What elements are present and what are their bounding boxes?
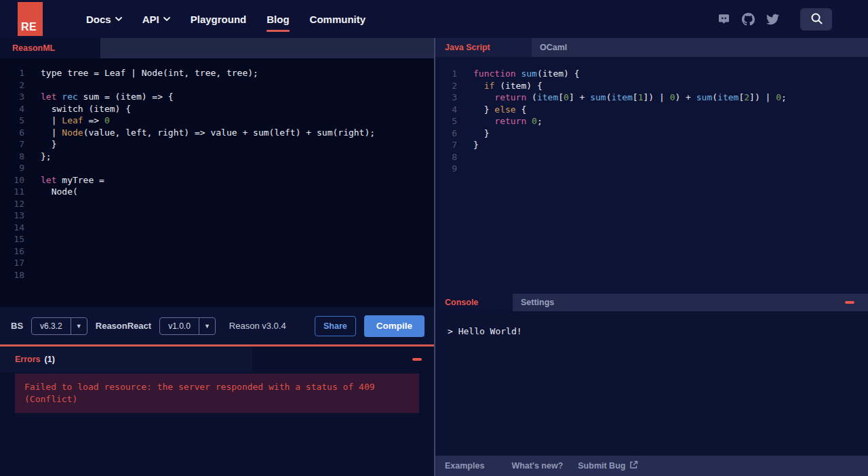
tab-reasonml[interactable]: ReasonML — [0, 38, 100, 58]
nav-item-community[interactable]: Community — [310, 14, 366, 25]
console-output-line: > Hello World! — [448, 326, 868, 336]
errors-header: Errors (1) — [0, 346, 434, 372]
top-nav: RE DocsAPIPlaygroundBlogCommunity — [0, 0, 868, 38]
nav-item-label: API — [142, 14, 159, 25]
reasonml-code-editor[interactable]: 123456789101112131415161718 type tree = … — [0, 58, 434, 307]
line-number: 9 — [0, 162, 24, 174]
nav-item-api[interactable]: API — [142, 14, 170, 25]
code-line: | Node(value, left, right) => value + su… — [41, 127, 375, 139]
line-number: 1 — [0, 67, 24, 79]
bs-version-select[interactable]: v6.3.2 ▼ — [31, 317, 87, 335]
line-number: 12 — [0, 198, 24, 210]
line-number: 14 — [0, 222, 24, 234]
line-number: 11 — [0, 186, 24, 198]
code-line: switch (item) { — [41, 103, 375, 115]
dropdown-arrow-icon: ▼ — [199, 318, 215, 334]
tab-errors[interactable]: Errors (1) — [0, 346, 252, 372]
nav-item-blog[interactable]: Blog — [267, 14, 289, 25]
nav-item-docs[interactable]: Docs — [86, 14, 122, 25]
code-line — [41, 162, 375, 174]
nav-item-label: Docs — [86, 14, 111, 25]
code-line: }; — [41, 151, 375, 163]
code-line: return 0; — [473, 115, 787, 127]
toolbar: BS v6.3.2 ▼ ReasonReact v1.0.0 ▼ Reason … — [0, 307, 434, 344]
reason-panel: ReasonML 123456789101112131415161718 typ… — [0, 38, 434, 476]
footer-link-examples[interactable]: Examples — [445, 461, 484, 471]
line-number: 15 — [0, 233, 24, 245]
reasonreact-version-select[interactable]: v1.0.0 ▼ — [159, 317, 216, 335]
line-number: 3 — [435, 92, 457, 104]
tab-ocaml[interactable]: OCaml — [532, 43, 567, 52]
code-line: if (item) { — [473, 80, 787, 92]
dropdown-arrow-icon: ▼ — [71, 318, 87, 334]
line-number: 2 — [0, 79, 24, 92]
footer-link-submit-bug[interactable]: Submit Bug — [578, 460, 638, 471]
code-line: | Leaf => 0 — [41, 115, 375, 127]
line-number: 5 — [0, 115, 24, 127]
app-root: RE DocsAPIPlaygroundBlogCommunity Reason… — [0, 0, 868, 476]
nav-item-label: Playground — [191, 14, 247, 25]
line-number: 7 — [0, 138, 24, 151]
tab-console[interactable]: Console — [435, 294, 513, 311]
code-line: function sum(item) { — [473, 68, 787, 80]
code-line: } — [41, 138, 375, 151]
twitter-icon[interactable] — [766, 13, 779, 26]
line-number-gutter: 123456789101112131415161718 — [0, 67, 24, 307]
output-panel: Java Script OCaml 123456789 function sum… — [435, 38, 868, 476]
errors-count-badge: (1) — [45, 355, 55, 364]
line-number: 3 — [0, 91, 24, 103]
line-number: 2 — [435, 80, 457, 92]
errors-panel: Errors (1) Failed to load resource: the … — [0, 344, 434, 476]
code-line: return (item[0] + sum(item[1]) | 0) + su… — [473, 92, 787, 104]
minimize-errors-button[interactable] — [412, 358, 422, 361]
nav-item-playground[interactable]: Playground — [191, 14, 247, 25]
line-number: 10 — [0, 174, 24, 186]
javascript-code: function sum(item) { if (item) { return … — [457, 68, 787, 294]
code-line: let rec sum = (item) => { — [41, 91, 375, 103]
compile-button[interactable]: Compile — [364, 315, 425, 337]
console-tabbar: Console Settings — [435, 294, 868, 311]
tab-javascript[interactable]: Java Script — [435, 38, 532, 57]
output-tabbar: Java Script OCaml — [435, 38, 868, 57]
code-line: } — [473, 139, 787, 151]
main-split: ReasonML 123456789101112131415161718 typ… — [0, 38, 868, 476]
reasonreact-version-value: v1.0.0 — [160, 321, 199, 331]
reason-tabbar: ReasonML — [0, 38, 434, 58]
minimize-console-button[interactable] — [845, 301, 854, 304]
error-message-line: (Conflict) — [24, 393, 410, 405]
discord-icon[interactable] — [717, 13, 730, 25]
line-number: 16 — [0, 245, 24, 258]
reasonreact-label: ReasonReact — [96, 321, 151, 331]
line-number: 8 — [0, 151, 24, 163]
nav-menu: DocsAPIPlaygroundBlogCommunity — [86, 14, 366, 25]
code-line — [41, 79, 375, 92]
line-number: 4 — [0, 103, 24, 115]
nav-item-label: Community — [310, 14, 366, 25]
github-icon[interactable] — [742, 13, 755, 26]
javascript-code-editor[interactable]: 123456789 function sum(item) { if (item)… — [435, 57, 868, 294]
line-number: 5 — [435, 115, 457, 127]
code-line: Node( — [41, 186, 375, 198]
bs-label: BS — [11, 321, 23, 331]
line-number: 13 — [0, 210, 24, 222]
reasonml-code: type tree = Leaf | Node(int, tree, tree)… — [24, 67, 375, 307]
share-button[interactable]: Share — [315, 316, 356, 336]
reason-logo[interactable]: RE — [18, 2, 43, 36]
line-number: 1 — [435, 68, 457, 80]
playground-footer: Examples What's new? Submit Bug — [435, 456, 868, 476]
line-number: 17 — [0, 257, 24, 269]
toolbar-actions: Share Compile — [315, 315, 425, 337]
code-line: type tree = Leaf | Node(int, tree, tree)… — [41, 67, 375, 79]
search-icon — [810, 12, 823, 26]
chevron-down-icon — [163, 17, 170, 21]
nav-social-icons — [717, 8, 868, 31]
tab-settings[interactable]: Settings — [513, 298, 554, 307]
nav-item-label: Blog — [267, 14, 289, 25]
external-link-icon — [629, 460, 638, 471]
code-line: } else { — [473, 104, 787, 116]
error-message: Failed to load resource: the server resp… — [15, 374, 419, 413]
line-number: 7 — [435, 139, 457, 151]
code-line: } — [473, 127, 787, 140]
search-button[interactable] — [800, 8, 832, 31]
footer-link-whats-new[interactable]: What's new? — [511, 461, 563, 471]
